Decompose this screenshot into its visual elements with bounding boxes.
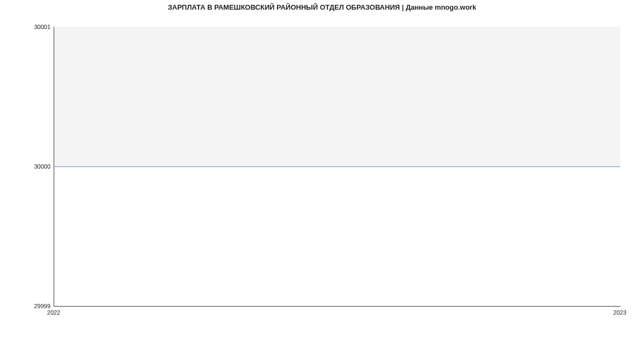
y-tick-bottom: 29999 [34, 303, 50, 309]
chart-title: ЗАРПЛАТА В РАМЕШКОВСКИЙ РАЙОННЫЙ ОТДЕЛ О… [0, 3, 644, 11]
series-line [54, 166, 620, 167]
y-tick-top: 30001 [34, 24, 50, 30]
salary-chart: ЗАРПЛАТА В РАМЕШКОВСКИЙ РАЙОННЫЙ ОТДЕЛ О… [0, 0, 644, 349]
area-fill [54, 27, 620, 166]
y-tick-middle: 30000 [34, 163, 50, 170]
plot-area [54, 27, 620, 307]
x-tick-left: 2022 [47, 309, 60, 316]
x-tick-right: 2023 [613, 309, 626, 316]
